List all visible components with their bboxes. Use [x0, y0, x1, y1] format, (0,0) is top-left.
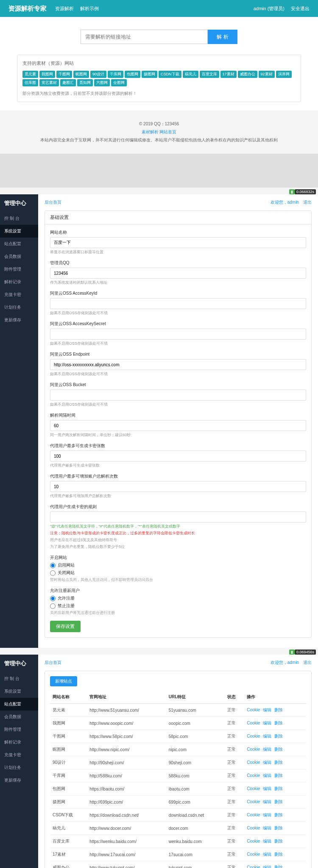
row-action-编辑[interactable]: 编辑: [263, 839, 271, 843]
sidebar-item[interactable]: 充值卡密: [0, 288, 38, 301]
max_cards-input[interactable]: [50, 451, 306, 462]
support-tag[interactable]: 千图网: [56, 71, 72, 78]
sidebar-item[interactable]: 会员数据: [0, 250, 38, 263]
site-off-radio[interactable]: 关闭网站: [50, 570, 306, 576]
row-action-删除[interactable]: 删除: [274, 734, 283, 738]
reg-on-radio[interactable]: 允许注册: [50, 595, 306, 601]
sidebar-item[interactable]: 附件管理: [0, 263, 38, 276]
row-action-删除[interactable]: 删除: [274, 852, 283, 857]
support-tag[interactable]: 趣图汇: [60, 79, 76, 86]
nav-example[interactable]: 解析示例: [80, 6, 99, 12]
row-action-Cookie[interactable]: Cookie: [247, 799, 260, 804]
row-action-编辑[interactable]: 编辑: [263, 813, 271, 817]
parse_interval-input[interactable]: [50, 420, 306, 431]
row-action-编辑[interactable]: 编辑: [263, 760, 271, 765]
admin_qq-input[interactable]: [50, 268, 306, 279]
support-tag[interactable]: 包图网: [125, 71, 140, 78]
sidebar-item[interactable]: 计划任务: [0, 301, 38, 314]
oss_bucket-input[interactable]: [50, 390, 306, 401]
oss_secret-input[interactable]: [50, 329, 306, 340]
row-action-Cookie[interactable]: Cookie: [247, 852, 260, 857]
row-action-编辑[interactable]: 编辑: [263, 734, 271, 738]
row-action-编辑[interactable]: 编辑: [263, 786, 271, 791]
oss_endpoint-input[interactable]: [50, 359, 306, 370]
row-action-删除[interactable]: 删除: [274, 721, 283, 725]
row-action-Cookie[interactable]: Cookie: [247, 760, 260, 765]
row-action-删除[interactable]: 删除: [274, 813, 283, 817]
breadcrumb[interactable]: 后台首页: [45, 199, 61, 205]
row-action-Cookie[interactable]: Cookie: [247, 773, 260, 778]
support-tag[interactable]: 威图办公: [238, 71, 257, 78]
support-tag[interactable]: 稿壳儿: [183, 71, 198, 78]
add-site-button[interactable]: 新增站点: [50, 676, 77, 686]
row-action-删除[interactable]: 删除: [274, 760, 283, 765]
site_name-input[interactable]: [50, 237, 306, 248]
max_parse-input[interactable]: [50, 481, 306, 492]
sidebar-item[interactable]: 系统设置: [0, 225, 38, 238]
support-tag[interactable]: 觅元素: [22, 71, 38, 78]
oss_key-input[interactable]: [50, 298, 306, 309]
row-action-删除[interactable]: 删除: [274, 773, 283, 778]
card_rule-input[interactable]: [50, 511, 306, 522]
support-tag[interactable]: 昵图网: [73, 71, 89, 78]
row-action-删除[interactable]: 删除: [274, 865, 283, 868]
row-action-编辑[interactable]: 编辑: [263, 747, 271, 752]
row-action-编辑[interactable]: 编辑: [263, 773, 271, 778]
support-tag[interactable]: 党艺素材: [39, 79, 59, 86]
parse-button[interactable]: 解 析: [208, 30, 237, 44]
row-action-Cookie[interactable]: Cookie: [247, 813, 260, 817]
nav-parse[interactable]: 资源解析: [55, 6, 74, 12]
user-link[interactable]: admin (管理员): [254, 6, 285, 12]
support-tag[interactable]: 17素材: [220, 71, 237, 78]
row-action-编辑[interactable]: 编辑: [263, 852, 271, 857]
sidebar-item[interactable]: 解析记录: [0, 276, 38, 288]
support-tag[interactable]: 千库网: [108, 71, 123, 78]
sidebar-item[interactable]: 解析记录: [0, 736, 38, 749]
breadcrumb-2[interactable]: 后台首页: [45, 660, 61, 666]
admin-logout[interactable]: 退出: [303, 199, 312, 205]
support-tag[interactable]: 演界网: [276, 71, 292, 78]
row-action-Cookie[interactable]: Cookie: [247, 734, 260, 738]
row-action-Cookie[interactable]: Cookie: [247, 839, 260, 843]
row-action-编辑[interactable]: 编辑: [263, 799, 271, 804]
row-action-Cookie[interactable]: Cookie: [247, 865, 260, 868]
sidebar-item[interactable]: 附件管理: [0, 723, 38, 736]
row-action-Cookie[interactable]: Cookie: [247, 721, 260, 725]
sidebar-item[interactable]: 控 制 台: [0, 672, 38, 685]
row-action-删除[interactable]: 删除: [274, 708, 283, 712]
support-tag[interactable]: 92素材: [259, 71, 275, 78]
row-action-编辑[interactable]: 编辑: [263, 708, 271, 712]
reg-off-radio[interactable]: 禁止注册: [50, 603, 306, 609]
row-action-删除[interactable]: 删除: [274, 747, 283, 752]
row-action-编辑[interactable]: 编辑: [263, 865, 271, 868]
sidebar-item[interactable]: 更新缓存: [0, 774, 38, 787]
sidebar-item[interactable]: 站点配置: [0, 698, 38, 710]
sidebar-item[interactable]: 系统设置: [0, 685, 38, 698]
support-tag[interactable]: 全图网: [111, 79, 127, 86]
row-action-Cookie[interactable]: Cookie: [247, 786, 260, 791]
row-action-Cookie[interactable]: Cookie: [247, 747, 260, 752]
row-action-删除[interactable]: 删除: [274, 799, 283, 804]
sidebar-item[interactable]: 充值卡密: [0, 749, 38, 761]
support-tag[interactable]: CSDN下载: [159, 71, 181, 78]
row-action-编辑[interactable]: 编辑: [263, 826, 271, 830]
logout-link[interactable]: 安全退出: [291, 6, 310, 12]
footer-links[interactable]: 素材解析 网站首页: [142, 130, 177, 134]
support-tag[interactable]: 90设计: [90, 71, 106, 78]
row-action-Cookie[interactable]: Cookie: [247, 826, 260, 830]
sidebar-item[interactable]: 计划任务: [0, 761, 38, 774]
sidebar-item[interactable]: 站点配置: [0, 238, 38, 250]
sidebar-item[interactable]: 会员数据: [0, 710, 38, 723]
row-action-删除[interactable]: 删除: [274, 786, 283, 791]
sidebar-item[interactable]: 更新缓存: [0, 314, 38, 326]
support-tag[interactable]: 百度文库: [200, 71, 219, 78]
site-on-radio[interactable]: 启用网站: [50, 562, 306, 568]
row-action-编辑[interactable]: 编辑: [263, 721, 271, 725]
row-action-删除[interactable]: 删除: [274, 826, 283, 830]
support-tag[interactable]: 我图网: [39, 71, 55, 78]
row-action-Cookie[interactable]: Cookie: [247, 708, 260, 712]
support-tag[interactable]: 六图网: [94, 79, 110, 86]
support-tag[interactable]: 觅知网: [77, 79, 93, 86]
parse-url-input[interactable]: [81, 30, 208, 44]
save-settings-button[interactable]: 保存设置: [50, 621, 81, 632]
